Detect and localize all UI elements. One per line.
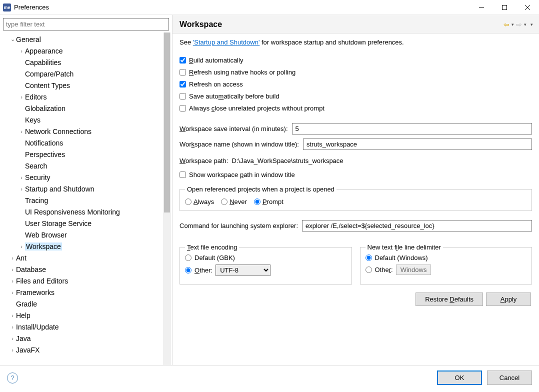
- tree-item-label: Search: [25, 162, 47, 170]
- tree-item-java[interactable]: ›Java: [2, 332, 172, 344]
- tree-item-compare-patch[interactable]: Compare/Patch: [2, 68, 172, 80]
- chevron-right-icon[interactable]: ›: [18, 48, 25, 54]
- tree-item-tracing[interactable]: Tracing: [2, 194, 172, 206]
- delimiter-other-radio[interactable]: [366, 266, 372, 273]
- chevron-down-icon[interactable]: ⌄: [9, 36, 16, 42]
- closeUnrel-label: Always close unrelated projects without …: [189, 104, 324, 112]
- encoding-other-radio[interactable]: [185, 267, 192, 274]
- tree-item-editors[interactable]: ›Editors: [2, 91, 172, 102]
- saveBefore-label: Save automatically before build: [189, 92, 280, 100]
- tree-item-label: Startup and Shutdown: [25, 185, 94, 193]
- openref-never-radio[interactable]: [221, 198, 228, 205]
- workspace-path-value: D:\Java_WorkSpace\struts_workspace: [232, 157, 344, 164]
- tree-item-keys[interactable]: Keys: [2, 114, 172, 126]
- minimize-button[interactable]: [470, 0, 493, 15]
- tree-item-label: Appearance: [25, 47, 63, 55]
- scroll-thumb[interactable]: [164, 32, 170, 212]
- tree-item-javafx[interactable]: ›JavaFX: [2, 344, 172, 356]
- tree-item-ant[interactable]: ›Ant: [2, 252, 172, 264]
- chevron-right-icon[interactable]: ›: [18, 174, 25, 180]
- ok-button[interactable]: OK: [437, 370, 482, 385]
- chevron-right-icon[interactable]: ›: [9, 290, 16, 296]
- chevron-right-icon[interactable]: ›: [18, 128, 25, 134]
- encoding-legend: Text file encoding: [185, 244, 239, 251]
- tree-item-install-update[interactable]: ›Install/Update: [2, 321, 172, 332]
- show-path-checkbox[interactable]: [180, 172, 186, 178]
- tree-item-web-browser[interactable]: Web Browser: [2, 229, 172, 240]
- openref-always-label: Always: [194, 198, 214, 206]
- nav-fwd-menu-icon[interactable]: ▾: [524, 22, 526, 27]
- startup-shutdown-link[interactable]: 'Startup and Shutdown': [193, 38, 260, 46]
- tree-item-gradle[interactable]: Gradle: [2, 298, 172, 310]
- chevron-right-icon[interactable]: ›: [9, 266, 16, 272]
- tree-item-general[interactable]: ⌄General: [2, 34, 172, 45]
- chevron-right-icon[interactable]: ›: [9, 312, 16, 318]
- nav-back-icon[interactable]: ⇦: [504, 20, 510, 28]
- saveBefore-checkbox[interactable]: [180, 93, 186, 100]
- save-interval-label: Workspace save interval (in minutes):: [180, 125, 288, 132]
- openref-prompt-label: Prompt: [262, 198, 284, 206]
- tree-item-files-and-editors[interactable]: ›Files and Editors: [2, 275, 172, 286]
- refreshNative-checkbox[interactable]: [180, 69, 186, 76]
- sidebar: ⌄General›AppearanceCapabilitiesCompare/P…: [0, 15, 172, 365]
- tree-item-content-types[interactable]: Content Types: [2, 80, 172, 91]
- titlebar: me Preferences: [0, 0, 539, 15]
- save-interval-input[interactable]: [292, 123, 532, 134]
- buildAuto-checkbox[interactable]: [180, 57, 186, 64]
- filter-input[interactable]: [3, 18, 169, 30]
- delimiter-default-radio[interactable]: [366, 254, 372, 261]
- tree-item-security[interactable]: ›Security: [2, 172, 172, 183]
- delimiter-legend: New text file line delimiter: [366, 244, 443, 251]
- scrollbar[interactable]: [163, 32, 171, 365]
- chevron-right-icon[interactable]: ›: [9, 255, 16, 261]
- chevron-right-icon[interactable]: ›: [9, 324, 16, 330]
- tree-item-database[interactable]: ›Database: [2, 264, 172, 275]
- workspace-name-input[interactable]: [303, 138, 532, 150]
- chevron-right-icon[interactable]: ›: [9, 336, 16, 342]
- chevron-right-icon[interactable]: ›: [18, 94, 25, 100]
- tree-item-label: Gradle: [16, 300, 37, 308]
- nav-back-menu-icon[interactable]: ▾: [512, 22, 514, 27]
- encoding-select[interactable]: UTF-8: [216, 264, 270, 276]
- tree-item-user-storage-service[interactable]: User Storage Service: [2, 218, 172, 229]
- tree-item-label: Frameworks: [16, 288, 54, 296]
- tree-item-globalization[interactable]: Globalization: [2, 102, 172, 114]
- cancel-button[interactable]: Cancel: [487, 370, 532, 385]
- chevron-right-icon[interactable]: ›: [18, 186, 25, 192]
- apply-button[interactable]: Apply: [486, 292, 531, 306]
- closeUnrel-checkbox[interactable]: [180, 105, 186, 112]
- chevron-right-icon[interactable]: ›: [9, 347, 16, 353]
- restore-defaults-button[interactable]: Restore Defaults: [416, 292, 483, 306]
- tree-item-frameworks[interactable]: ›Frameworks: [2, 286, 172, 298]
- openref-never-label: Never: [230, 198, 247, 206]
- tree-item-workspace[interactable]: ›Workspace: [2, 240, 172, 252]
- tree-item-perspectives[interactable]: Perspectives: [2, 148, 172, 160]
- openref-always-radio[interactable]: [185, 198, 192, 205]
- buildAuto-label: Build automatically: [189, 56, 243, 64]
- tree-item-capabilities[interactable]: Capabilities: [2, 56, 172, 68]
- encoding-default-radio[interactable]: [185, 254, 192, 261]
- help-icon[interactable]: ?: [7, 372, 18, 384]
- tree-item-network-connections[interactable]: ›Network Connections: [2, 126, 172, 137]
- tree-item-search[interactable]: Search: [2, 160, 172, 172]
- delimiter-other-label: Other:: [375, 266, 393, 274]
- preferences-tree[interactable]: ⌄General›AppearanceCapabilitiesCompare/P…: [2, 32, 172, 356]
- tree-item-help[interactable]: ›Help: [2, 310, 172, 321]
- close-button[interactable]: [516, 0, 539, 15]
- tree-item-label: Help: [16, 312, 30, 320]
- delimiter-fieldset: New text file line delimiter Default (Wi…: [360, 244, 532, 284]
- tree-item-notifications[interactable]: Notifications: [2, 137, 172, 148]
- tree-item-label: Workspace: [25, 242, 62, 250]
- nav-fwd-icon[interactable]: ⇨: [516, 20, 522, 28]
- tree-item-ui-responsiveness-monitoring[interactable]: UI Responsiveness Monitoring: [2, 206, 172, 218]
- view-menu-icon[interactable]: ▾: [530, 22, 533, 27]
- chevron-right-icon[interactable]: ›: [18, 244, 25, 250]
- explorer-cmd-input[interactable]: [302, 220, 532, 232]
- openref-prompt-radio[interactable]: [254, 198, 260, 205]
- chevron-right-icon[interactable]: ›: [9, 278, 16, 284]
- maximize-button[interactable]: [493, 0, 516, 15]
- refreshAccess-checkbox[interactable]: [180, 81, 186, 88]
- tree-item-appearance[interactable]: ›Appearance: [2, 45, 172, 56]
- refreshAccess-label: Refresh on access: [189, 80, 243, 88]
- tree-item-startup-and-shutdown[interactable]: ›Startup and Shutdown: [2, 183, 172, 194]
